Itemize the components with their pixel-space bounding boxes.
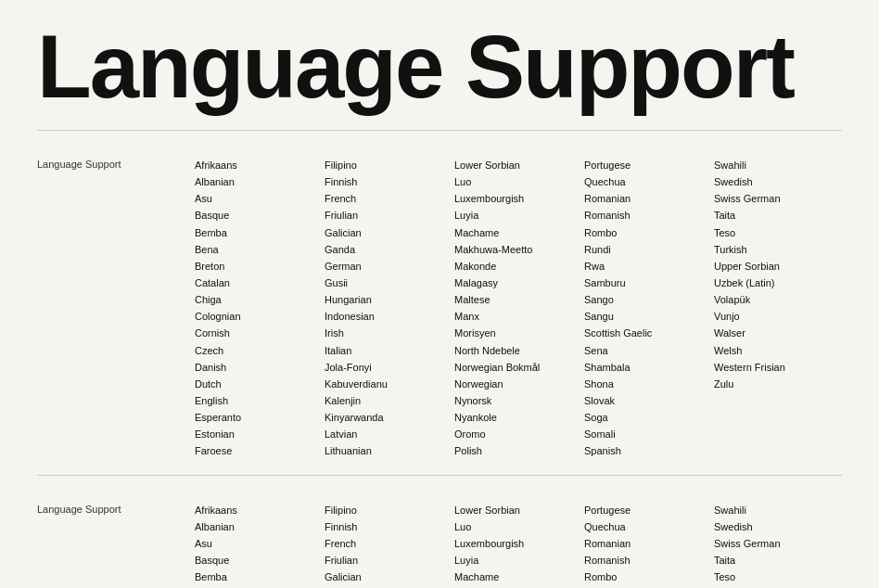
language-item: Dutch [195, 376, 325, 392]
language-item: Vunjo [714, 308, 844, 325]
language-item: Luyia [454, 207, 584, 224]
language-item: Morisyen [454, 325, 584, 341]
language-item: Catalan [195, 275, 325, 291]
section-1: Language SupportAfrikaansAlbanianAsuBasq… [37, 491, 842, 588]
language-item: Danish [195, 359, 325, 376]
language-item: Portugese [584, 157, 714, 173]
section-label-1: Language Support [37, 502, 195, 588]
language-item: Sangu [584, 308, 714, 325]
language-item: Oromo [454, 426, 584, 442]
language-item: Spanish [584, 442, 714, 459]
language-item: Bemba [195, 569, 325, 585]
language-item: Albanian [195, 173, 325, 190]
lang-col-0-1: FilipinoFinnishFrenchFriulianGalicianGan… [325, 157, 454, 460]
language-item: Slovak [584, 392, 714, 409]
language-item: Turkish [714, 241, 844, 258]
language-item: Afrikaans [195, 502, 325, 518]
lang-col-0-3: PortugeseQuechuaRomanianRomanishRomboRun… [584, 157, 714, 460]
language-item: Bemba [195, 224, 325, 241]
language-item: Swahili [714, 157, 844, 173]
language-item: Uzbek (Latin) [714, 275, 844, 291]
language-item: Albanian [195, 518, 325, 535]
language-item: Colognian [195, 308, 325, 325]
language-item: Filipino [325, 157, 454, 173]
language-item: Polish [454, 442, 584, 459]
language-item: Basque [195, 552, 325, 569]
language-item: Western Frisian [714, 359, 844, 376]
lang-col-0-2: Lower SorbianLuoLuxembourgishLuyiaMacham… [454, 157, 584, 460]
language-item: Chiga [195, 291, 325, 308]
language-item: Jola-Fonyi [325, 359, 454, 376]
page: Language Support Language SupportAfrikaa… [0, 0, 879, 588]
lang-col-1-0: AfrikaansAlbanianAsuBasqueBembaBenaBreto… [195, 502, 325, 588]
language-item: Lithuanian [325, 442, 454, 459]
language-item: German [325, 258, 454, 275]
language-item: Hungarian [325, 291, 454, 308]
language-item: Manx [454, 308, 584, 325]
language-item: Sango [584, 291, 714, 308]
language-item: English [195, 392, 325, 409]
language-item: Lower Sorbian [454, 157, 584, 173]
language-item: Teso [714, 224, 844, 241]
language-item: Walser [714, 325, 844, 341]
language-item: Luxembourgish [454, 535, 584, 552]
language-item: Swedish [714, 518, 844, 535]
language-item: Somali [584, 426, 714, 442]
language-item: Portugese [584, 502, 714, 518]
divider-top [37, 130, 842, 131]
language-item: Nynorsk [454, 392, 584, 409]
language-item: Lower Sorbian [454, 502, 584, 518]
language-item: Finnish [325, 173, 454, 190]
language-item: Italian [325, 342, 454, 359]
language-item: Finnish [325, 518, 454, 535]
language-item: Galician [325, 224, 454, 241]
language-item: Gusii [325, 275, 454, 291]
language-item: Asu [195, 535, 325, 552]
language-item: Malagasy [454, 275, 584, 291]
sections-container: Language SupportAfrikaansAlbanianAsuBasq… [37, 146, 842, 588]
language-item: Friulian [325, 552, 454, 569]
language-item: Czech [195, 342, 325, 359]
language-item: Kinyarwanda [325, 409, 454, 426]
lang-col-1-3: PortugeseQuechuaRomanianRomanishRomboRun… [584, 502, 714, 588]
language-item: Indonesian [325, 308, 454, 325]
language-item: Shona [584, 376, 714, 392]
language-item: Irish [325, 325, 454, 341]
language-item: Rombo [584, 569, 714, 585]
language-item: Kabuverdianu [325, 376, 454, 392]
language-item: Norwegian [454, 376, 584, 392]
lang-col-1-2: Lower SorbianLuoLuxembourgishLuyiaMacham… [454, 502, 584, 588]
section-label-0: Language Support [37, 157, 195, 460]
languages-grid-0: AfrikaansAlbanianAsuBasqueBembaBenaBreto… [195, 157, 844, 460]
language-item: Swiss German [714, 190, 844, 207]
language-item: Latvian [325, 426, 454, 442]
language-item: Soga [584, 409, 714, 426]
language-item: Kalenjin [325, 392, 454, 409]
lang-col-1-1: FilipinoFinnishFrenchFriulianGalicianGan… [325, 502, 454, 588]
language-item: Asu [195, 190, 325, 207]
language-item: Welsh [714, 342, 844, 359]
language-item: Machame [454, 569, 584, 585]
language-item: Sena [584, 342, 714, 359]
language-item: Romanian [584, 535, 714, 552]
language-item: Bena [195, 241, 325, 258]
language-item: North Ndebele [454, 342, 584, 359]
language-item: Filipino [325, 502, 454, 518]
language-item: Romanish [584, 207, 714, 224]
language-item: Afrikaans [195, 157, 325, 173]
language-item: Rwa [584, 258, 714, 275]
page-title: Language Support [37, 0, 842, 130]
language-item: Norwegian Bokmål [454, 359, 584, 376]
language-item: French [325, 190, 454, 207]
language-item: Maltese [454, 291, 584, 308]
language-item: Taita [714, 207, 844, 224]
language-item: Faroese [195, 442, 325, 459]
language-item: Volapük [714, 291, 844, 308]
language-item: Teso [714, 569, 844, 585]
lang-col-0-0: AfrikaansAlbanianAsuBasqueBembaBenaBreto… [195, 157, 325, 460]
language-item: Basque [195, 207, 325, 224]
language-item: Ganda [325, 241, 454, 258]
language-item: Zulu [714, 376, 844, 392]
lang-col-1-4: SwahiliSwedishSwiss GermanTaitaTesoTurki… [714, 502, 844, 588]
language-item: Rundi [584, 241, 714, 258]
